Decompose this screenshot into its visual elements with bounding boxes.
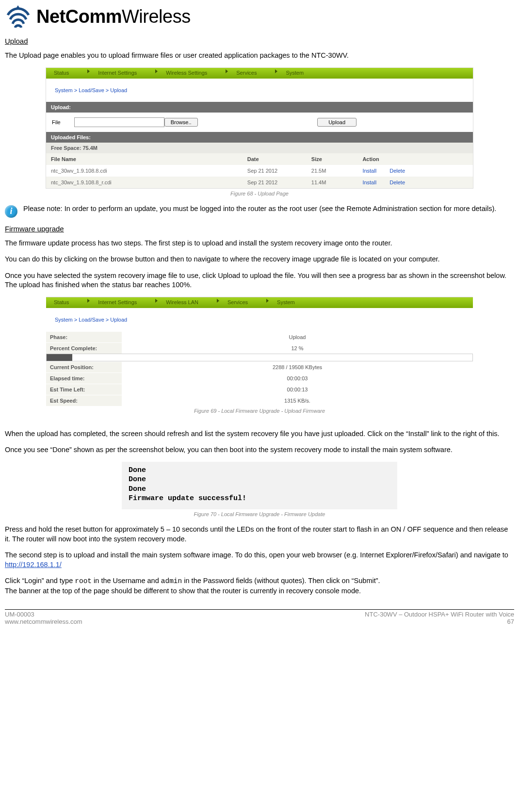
nav-status[interactable]: Status (46, 68, 90, 79)
label-percent: Percent Complete: (46, 342, 122, 354)
para-after-upload-1: When the upload has completed, the scree… (5, 429, 514, 439)
section-title-firmware-upgrade: Firmware upgrade (5, 225, 514, 233)
nav-wireless-settings[interactable]: Wireless Settings (158, 68, 228, 79)
brand-name-main: NetComm (36, 6, 122, 27)
para-fw-1: The firmware update process has two step… (5, 239, 514, 248)
cell-size: 21.5M (307, 165, 358, 177)
browse-button[interactable]: Browse.. (164, 118, 198, 127)
router-url-link[interactable]: http://192.168.1.1/ (5, 561, 62, 568)
para-reset: Press and hold the reset button for appr… (5, 525, 514, 544)
login-mid: in the Username and (92, 577, 161, 585)
cell-filename: ntc_30wv_1.9.108.8_r.cdi (46, 177, 243, 188)
cell-size: 11.4M (307, 177, 358, 188)
value-elapsed: 00:00:03 (122, 373, 473, 384)
delete-link[interactable]: Delete (389, 179, 405, 185)
para-step2: The second step is to upload and install… (5, 551, 514, 569)
page-footer: UM-00003 www.netcommwireless.com NTC-30W… (5, 611, 514, 625)
screenshot-upload-progress: Status Internet Settings Wireless LAN Se… (46, 297, 473, 406)
nav-internet-settings[interactable]: Internet Settings (90, 297, 158, 308)
uploaded-files-header-bar: Uploaded Files: (46, 132, 473, 143)
progress-bar (46, 354, 473, 361)
upload-button[interactable]: Upload (317, 118, 357, 127)
progress-table: Phase: Upload Percent Complete: 12 % Cur… (46, 331, 473, 406)
figure-70-caption: Figure 70 - Local Firmware Upgrade - Fir… (5, 511, 514, 517)
uploaded-files-table: File Name Date Size Action ntc_30wv_1.9.… (46, 153, 473, 188)
progress-bar-fill (47, 354, 72, 361)
para-step2-pre: The second step is to upload and install… (5, 551, 508, 559)
footer-page-number: 67 (365, 618, 514, 625)
done-line: Firmware update successful! (129, 494, 390, 503)
upload-form-row: File Browse.. Upload (46, 113, 473, 132)
para-fw-3: Once you have selected the system recove… (5, 271, 514, 290)
breadcrumb: System > Load/Save > Upload (46, 308, 473, 331)
col-filename: File Name (46, 153, 243, 165)
done-line: Done (129, 485, 390, 494)
label-phase: Phase: (46, 331, 122, 342)
cell-date: Sep 21 2012 (243, 177, 307, 188)
free-space-label: Free Space: 75.4M (46, 143, 473, 153)
brand-logo-icon (5, 5, 32, 28)
col-action: Action (357, 153, 473, 165)
para-login: Click “Login” and type root in the Usern… (5, 576, 514, 596)
para-upload-intro: The Upload page enables you to upload fi… (5, 51, 514, 61)
file-path-input[interactable] (74, 117, 164, 127)
info-icon: i (5, 205, 17, 218)
footer-product: NTC-30WV – Outdoor HSPA+ WiFi Router wit… (365, 611, 514, 618)
brand-name-sub: Wireless (122, 6, 191, 27)
table-row: ntc_30wv_1.9.108.8.cdi Sep 21 2012 21.5M… (46, 165, 473, 177)
screenshot-upload-page: Status Internet Settings Wireless Settin… (46, 67, 473, 189)
install-link[interactable]: Install (362, 179, 376, 185)
breadcrumb: System > Load/Save > Upload (46, 79, 473, 102)
brand-header: NetCommWireless (5, 5, 514, 28)
figure-68-caption: Figure 68 - Upload Page (5, 191, 514, 196)
brand-name: NetCommWireless (36, 6, 191, 27)
figure-69-caption: Figure 69 - Local Firmware Upgrade - Upl… (5, 408, 514, 414)
para-fw-2: You can do this by clicking on the brows… (5, 255, 514, 264)
info-note-text: Please note: In order to perform an upda… (23, 204, 496, 214)
install-link[interactable]: Install (362, 168, 376, 174)
delete-link[interactable]: Delete (389, 168, 405, 174)
nav-internet-settings[interactable]: Internet Settings (90, 68, 158, 79)
nav-system[interactable]: System (278, 68, 325, 79)
para-after-upload-2: Once you see “Done” shown as per the scr… (5, 445, 514, 455)
col-size: Size (307, 153, 358, 165)
screenshot-done-output: Done Done Done Firmware update successfu… (122, 462, 397, 509)
file-label: File (52, 119, 61, 125)
value-speed: 1315 KB/s. (122, 395, 473, 406)
label-position: Current Position: (46, 361, 122, 373)
section-title-upload: Upload (5, 37, 514, 45)
nav-status[interactable]: Status (46, 297, 90, 308)
nav-system[interactable]: System (269, 297, 316, 308)
done-line: Done (129, 466, 390, 475)
value-phase: Upload (122, 331, 473, 342)
footer-site: www.netcommwireless.com (5, 618, 82, 625)
router-nav-bar: Status Internet Settings Wireless Settin… (46, 68, 473, 79)
nav-services[interactable]: Services (220, 297, 269, 308)
upload-header-bar: Upload: (46, 102, 473, 113)
login-pre: Click “Login” and type (5, 577, 75, 585)
done-line: Done (129, 475, 390, 485)
footer-rule (5, 609, 514, 610)
footer-doc-id: UM-00003 (5, 611, 34, 618)
cell-filename: ntc_30wv_1.9.108.8.cdi (46, 165, 243, 177)
value-position: 2288 / 19508 KBytes (122, 361, 473, 373)
value-percent: 12 % (122, 342, 473, 354)
col-date: Date (243, 153, 307, 165)
router-nav-bar: Status Internet Settings Wireless LAN Se… (46, 297, 473, 308)
nav-wireless-lan[interactable]: Wireless LAN (158, 297, 220, 308)
value-time-left: 00:00:13 (122, 384, 473, 395)
login-pass-admin: admin (161, 577, 182, 585)
login-user-root: root (75, 577, 92, 585)
label-elapsed: Elapsed time: (46, 373, 122, 384)
nav-services[interactable]: Services (228, 68, 278, 79)
login-post: in the Password fields (without quotes).… (182, 577, 380, 585)
banner-line: The banner at the top of the page should… (5, 587, 361, 595)
cell-date: Sep 21 2012 (243, 165, 307, 177)
label-speed: Est Speed: (46, 395, 122, 406)
label-time-left: Est Time Left: (46, 384, 122, 395)
table-row: ntc_30wv_1.9.108.8_r.cdi Sep 21 2012 11.… (46, 177, 473, 188)
info-note-row: i Please note: In order to perform an up… (5, 204, 514, 218)
